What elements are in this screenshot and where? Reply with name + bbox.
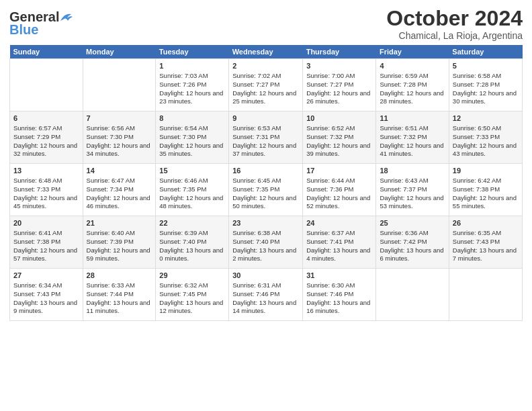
day-number: 14: [87, 166, 152, 176]
sunrise-text: Sunrise: 7:02 AM: [232, 72, 299, 81]
sunset-text: Sunset: 7:33 PM: [13, 185, 79, 194]
day-number: 10: [306, 113, 372, 124]
sunset-text: Sunset: 7:29 PM: [13, 133, 79, 142]
sunset-text: Sunset: 7:45 PM: [159, 290, 225, 299]
calendar-week-3: 13Sunrise: 6:48 AMSunset: 7:33 PMDayligh…: [10, 164, 523, 216]
sunset-text: Sunset: 7:34 PM: [87, 185, 152, 194]
header-sunday: Sunday: [10, 45, 83, 59]
calendar-cell: 22Sunrise: 6:39 AMSunset: 7:40 PMDayligh…: [156, 216, 229, 269]
sunset-text: Sunset: 7:46 PM: [306, 290, 372, 299]
calendar-cell: 3Sunrise: 7:00 AMSunset: 7:27 PMDaylight…: [303, 59, 376, 111]
logo: General Blue: [9, 9, 74, 38]
calendar-cell: 10Sunrise: 6:52 AMSunset: 7:32 PMDayligh…: [303, 111, 376, 164]
day-number: 29: [159, 271, 225, 281]
daylight-text: Daylight: 12 hours and 39 minutes.: [306, 142, 372, 159]
sunset-text: Sunset: 7:38 PM: [453, 185, 519, 194]
calendar-cell: 2Sunrise: 7:02 AMSunset: 7:27 PMDaylight…: [229, 59, 303, 111]
sunset-text: Sunset: 7:32 PM: [380, 133, 445, 142]
sunrise-text: Sunrise: 6:58 AM: [453, 72, 519, 81]
sunrise-text: Sunrise: 6:45 AM: [232, 177, 299, 185]
sunrise-text: Sunrise: 6:35 AM: [453, 229, 519, 238]
daylight-text: Daylight: 13 hours and 11 minutes.: [87, 299, 152, 316]
month-title: October 2024: [386, 7, 523, 30]
day-number: 7: [87, 113, 152, 124]
sunset-text: Sunset: 7:43 PM: [453, 238, 519, 246]
day-number: 31: [306, 271, 372, 281]
day-number: 24: [306, 218, 372, 228]
daylight-text: Daylight: 12 hours and 25 minutes.: [232, 89, 299, 107]
daylight-text: Daylight: 12 hours and 26 minutes.: [306, 89, 372, 107]
daylight-text: Daylight: 12 hours and 34 minutes.: [87, 142, 152, 159]
sunset-text: Sunset: 7:43 PM: [13, 290, 79, 299]
calendar-cell: 9Sunrise: 6:53 AMSunset: 7:31 PMDaylight…: [229, 111, 303, 164]
daylight-text: Daylight: 12 hours and 57 minutes.: [13, 246, 79, 264]
calendar-cell: 25Sunrise: 6:36 AMSunset: 7:42 PMDayligh…: [376, 216, 449, 269]
daylight-text: Daylight: 13 hours and 14 minutes.: [232, 299, 299, 316]
day-number: 19: [453, 166, 519, 176]
calendar-body: 1Sunrise: 7:03 AMSunset: 7:26 PMDaylight…: [10, 59, 523, 321]
sunrise-text: Sunrise: 6:46 AM: [159, 177, 225, 185]
sunset-text: Sunset: 7:28 PM: [380, 81, 445, 89]
daylight-text: Daylight: 12 hours and 23 minutes.: [159, 89, 225, 107]
sunrise-text: Sunrise: 7:03 AM: [159, 72, 225, 81]
daylight-text: Daylight: 12 hours and 30 minutes.: [453, 89, 519, 107]
day-number: 3: [306, 61, 372, 71]
title-block: October 2024 Chamical, La Rioja, Argenti…: [386, 7, 523, 41]
sunrise-text: Sunrise: 6:36 AM: [380, 229, 445, 238]
daylight-text: Daylight: 13 hours and 2 minutes.: [232, 246, 299, 264]
day-number: 9: [232, 113, 299, 124]
header-saturday: Saturday: [449, 45, 522, 59]
sunset-text: Sunset: 7:40 PM: [232, 238, 299, 246]
daylight-text: Daylight: 12 hours and 45 minutes.: [13, 194, 79, 212]
day-number: 2: [232, 61, 299, 71]
header-tuesday: Tuesday: [156, 45, 229, 59]
sunset-text: Sunset: 7:41 PM: [306, 238, 372, 246]
day-number: 12: [453, 113, 519, 124]
sunset-text: Sunset: 7:39 PM: [87, 238, 152, 246]
sunrise-text: Sunrise: 6:40 AM: [87, 229, 152, 238]
day-number: 23: [232, 218, 299, 228]
day-number: 13: [13, 166, 79, 176]
calendar-cell: 19Sunrise: 6:42 AMSunset: 7:38 PMDayligh…: [449, 164, 522, 216]
sunrise-text: Sunrise: 6:41 AM: [13, 229, 79, 238]
calendar-week-4: 20Sunrise: 6:41 AMSunset: 7:38 PMDayligh…: [10, 216, 523, 269]
day-number: 27: [13, 271, 79, 281]
daylight-text: Daylight: 13 hours and 16 minutes.: [306, 299, 372, 316]
sunset-text: Sunset: 7:35 PM: [232, 185, 299, 194]
calendar-week-2: 6Sunrise: 6:57 AMSunset: 7:29 PMDaylight…: [10, 111, 523, 164]
sunset-text: Sunset: 7:28 PM: [453, 81, 519, 89]
sunrise-text: Sunrise: 6:52 AM: [306, 124, 372, 133]
sunset-text: Sunset: 7:26 PM: [159, 81, 225, 89]
calendar-cell: 4Sunrise: 6:59 AMSunset: 7:28 PMDaylight…: [376, 59, 449, 111]
sunset-text: Sunset: 7:37 PM: [380, 185, 445, 194]
sunrise-text: Sunrise: 6:42 AM: [453, 177, 519, 185]
calendar-cell: [83, 59, 156, 111]
day-number: 6: [13, 113, 79, 124]
sunrise-text: Sunrise: 6:48 AM: [13, 177, 79, 185]
day-number: 22: [159, 218, 225, 228]
sunset-text: Sunset: 7:46 PM: [232, 290, 299, 299]
day-number: 5: [453, 61, 519, 71]
day-number: 17: [306, 166, 372, 176]
sunset-text: Sunset: 7:33 PM: [453, 133, 519, 142]
sunset-text: Sunset: 7:27 PM: [232, 81, 299, 89]
sunrise-text: Sunrise: 7:00 AM: [306, 72, 372, 81]
day-number: 30: [232, 271, 299, 281]
day-number: 21: [87, 218, 152, 228]
calendar-cell: 11Sunrise: 6:51 AMSunset: 7:32 PMDayligh…: [376, 111, 449, 164]
calendar-cell: 1Sunrise: 7:03 AMSunset: 7:26 PMDaylight…: [156, 59, 229, 111]
sunrise-text: Sunrise: 6:30 AM: [306, 281, 372, 290]
calendar-table: Sunday Monday Tuesday Wednesday Thursday…: [9, 45, 523, 321]
calendar-cell: 23Sunrise: 6:38 AMSunset: 7:40 PMDayligh…: [229, 216, 303, 269]
calendar-cell: 24Sunrise: 6:37 AMSunset: 7:41 PMDayligh…: [303, 216, 376, 269]
calendar-cell: 30Sunrise: 6:31 AMSunset: 7:46 PMDayligh…: [229, 269, 303, 321]
calendar-cell: 20Sunrise: 6:41 AMSunset: 7:38 PMDayligh…: [10, 216, 83, 269]
day-number: 8: [159, 113, 225, 124]
day-number: 18: [380, 166, 445, 176]
sunrise-text: Sunrise: 6:32 AM: [159, 281, 225, 290]
location-subtitle: Chamical, La Rioja, Argentina: [386, 30, 523, 41]
sunset-text: Sunset: 7:30 PM: [87, 133, 152, 142]
sunrise-text: Sunrise: 6:43 AM: [380, 177, 445, 185]
sunrise-text: Sunrise: 6:50 AM: [453, 124, 519, 133]
page-header: General Blue October 2024 Chamical, La R…: [9, 7, 523, 41]
